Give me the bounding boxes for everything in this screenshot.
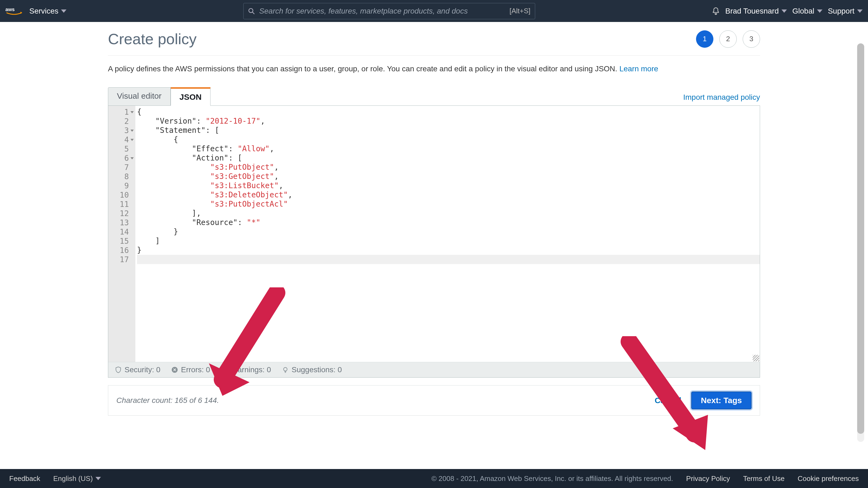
support-label: Support: [828, 7, 855, 15]
svg-point-8: [284, 367, 287, 371]
aws-logo[interactable]: aws: [5, 6, 29, 16]
notifications[interactable]: [712, 7, 720, 15]
feedback-link[interactable]: Feedback: [9, 475, 40, 483]
code-line: "s3:PutObjectAcl": [137, 199, 760, 209]
code-line: "s3:PutObject",: [137, 163, 760, 172]
svg-line-2: [252, 12, 254, 14]
code-line: {: [137, 135, 760, 144]
svg-point-1: [249, 8, 253, 12]
search-box[interactable]: [Alt+S]: [243, 3, 535, 19]
page-description-text: A policy defines the AWS permissions tha…: [108, 65, 619, 73]
code-line: "Statement": [: [137, 126, 760, 135]
wizard-steps: 1 2 3: [696, 30, 760, 48]
editor-code-area[interactable]: { "Version": "2012-10-17", "Statement": …: [135, 106, 760, 362]
language-selector[interactable]: English (US): [53, 475, 101, 483]
page-description: A policy defines the AWS permissions tha…: [108, 63, 760, 74]
action-row: Character count: 165 of 6 144. Cancel Ne…: [108, 385, 760, 416]
code-line: [137, 255, 760, 264]
aws-logo-icon: aws: [5, 6, 23, 16]
services-menu[interactable]: Services: [29, 7, 66, 15]
learn-more-link[interactable]: Learn more: [619, 65, 658, 73]
search-icon: [248, 8, 255, 14]
caret-down-icon: [817, 9, 823, 13]
editor-status-bar: Security: 0 Errors: 0 Warnings: 0 Sugges…: [108, 362, 760, 378]
tab-json[interactable]: JSON: [170, 87, 211, 106]
line-number: 14: [108, 227, 135, 236]
warning-icon: [221, 366, 228, 373]
code-line: "Effect": "Allow",: [137, 144, 760, 154]
search-input[interactable]: [259, 7, 505, 15]
code-line: "Version": "2012-10-17",: [137, 117, 760, 126]
code-line: {: [137, 107, 760, 117]
code-line: "s3:ListBucket",: [137, 181, 760, 190]
status-errors: Errors: 0: [171, 365, 210, 374]
wizard-step-3[interactable]: 3: [743, 30, 760, 48]
error-icon: [171, 366, 178, 373]
line-number: 10: [108, 190, 135, 199]
code-line: "Action": [: [137, 154, 760, 163]
privacy-policy-link[interactable]: Privacy Policy: [686, 475, 730, 483]
status-warnings-text: Warnings: 0: [231, 365, 271, 374]
caret-down-icon: [781, 9, 787, 13]
editor-gutter: 1234567891011121314151617: [108, 106, 135, 362]
main-content: Create policy 1 2 3 A policy defines the…: [108, 22, 760, 416]
line-number: 12: [108, 209, 135, 218]
region-label: Global: [792, 7, 814, 15]
scrollbar-thumb[interactable]: [857, 43, 864, 434]
line-number: 5: [108, 144, 135, 154]
status-suggestions-text: Suggestions: 0: [291, 365, 342, 374]
status-security-text: Security: 0: [124, 365, 160, 374]
line-number: 3: [108, 126, 135, 135]
line-number: 15: [108, 236, 135, 246]
terms-of-use-link[interactable]: Terms of Use: [743, 475, 784, 483]
shield-icon: [115, 366, 122, 373]
user-menu[interactable]: Brad Touesnard: [725, 7, 787, 15]
search-kbd-hint: [Alt+S]: [509, 7, 530, 15]
lightbulb-icon: [282, 366, 289, 373]
svg-text:aws: aws: [5, 7, 14, 12]
resize-handle[interactable]: [753, 355, 759, 361]
services-label: Services: [29, 7, 58, 15]
caret-down-icon: [95, 477, 101, 480]
top-nav: aws Services [Alt+S] Brad Touesnard: [0, 0, 868, 22]
line-number: 13: [108, 218, 135, 227]
caret-down-icon: [61, 9, 66, 13]
tab-row: Visual editor JSON Import managed policy: [108, 87, 760, 106]
user-name: Brad Touesnard: [725, 7, 779, 15]
character-count: Character count: 165 of 6 144.: [116, 396, 219, 405]
code-line: }: [137, 246, 760, 255]
divider: [108, 55, 760, 56]
import-managed-policy-link[interactable]: Import managed policy: [683, 93, 760, 105]
next-tags-button[interactable]: Next: Tags: [691, 391, 752, 410]
scrollbar[interactable]: [857, 43, 864, 442]
svg-point-7: [224, 371, 225, 372]
line-number: 11: [108, 199, 135, 209]
json-editor: 1234567891011121314151617 { "Version": "…: [108, 105, 760, 378]
language-label: English (US): [53, 475, 93, 483]
code-line: ],: [137, 209, 760, 218]
region-menu[interactable]: Global: [792, 7, 823, 15]
line-number: 8: [108, 172, 135, 181]
status-security: Security: 0: [115, 365, 160, 374]
line-number: 7: [108, 163, 135, 172]
page-title: Create policy: [108, 30, 197, 48]
bottom-bar: Feedback English (US) © 2008 - 2021, Ama…: [0, 469, 868, 488]
status-errors-text: Errors: 0: [181, 365, 210, 374]
line-number: 1: [108, 107, 135, 117]
code-line: ]: [137, 236, 760, 246]
wizard-step-2[interactable]: 2: [719, 30, 737, 48]
line-number: 17: [108, 255, 135, 264]
support-menu[interactable]: Support: [828, 7, 863, 15]
line-number: 6: [108, 154, 135, 163]
cookie-preferences-link[interactable]: Cookie preferences: [798, 475, 859, 483]
tab-visual-editor[interactable]: Visual editor: [108, 87, 170, 106]
status-warnings: Warnings: 0: [221, 365, 271, 374]
cancel-button[interactable]: Cancel: [654, 396, 681, 405]
copyright-text: © 2008 - 2021, Amazon Web Services, Inc.…: [431, 475, 673, 483]
line-number: 9: [108, 181, 135, 190]
wizard-step-1[interactable]: 1: [696, 30, 713, 48]
bell-icon: [712, 7, 720, 15]
line-number: 2: [108, 117, 135, 126]
code-line: "s3:GetObject",: [137, 172, 760, 181]
code-line: }: [137, 227, 760, 236]
